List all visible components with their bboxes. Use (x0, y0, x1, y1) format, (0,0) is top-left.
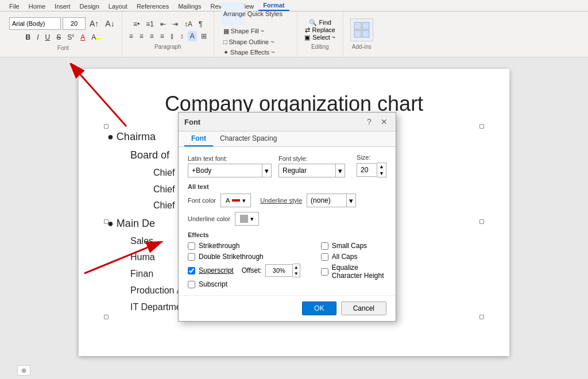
handle-bl (104, 315, 109, 319)
underline-color-swatch (240, 215, 248, 223)
align-center-btn[interactable]: ≡ (137, 31, 146, 41)
svg-rect-3 (362, 30, 369, 37)
dialog-help-btn[interactable]: ? (363, 116, 375, 127)
tab-insert[interactable]: Insert (50, 2, 75, 11)
offset-input[interactable] (265, 264, 293, 277)
decrease-font-btn[interactable]: A↓ (103, 18, 117, 29)
para-row-2: ≡ ≡ ≡ ≡ ⫿ ↕ A ⊞ (127, 31, 209, 41)
select-icon: ▣ (304, 34, 310, 41)
equalize-height-checkbox[interactable] (321, 268, 328, 276)
dialog-close-btn[interactable]: ✕ (378, 116, 390, 127)
small-caps-label: Small Caps (332, 242, 367, 250)
select-row[interactable]: ▣ Select ~ (304, 34, 335, 41)
font-style-label: Font style: (278, 155, 350, 162)
shading-btn[interactable]: A (188, 31, 197, 41)
all-caps-label: All Caps (332, 253, 358, 261)
sort-btn[interactable]: ↕A (182, 19, 195, 29)
line-spacing-btn[interactable]: ↕ (178, 31, 186, 41)
strikethrough-label: Strikethrough (199, 242, 239, 250)
all-caps-row: All Caps (321, 253, 386, 261)
strikethrough-row: Strikethrough (188, 242, 300, 250)
font-color-btn[interactable]: A ▾ (220, 194, 251, 207)
offset-up-btn[interactable]: ▲ (293, 264, 300, 270)
position-indicator: ⊕ (17, 367, 30, 374)
dialog-tabs: Font Character Spacing (179, 132, 396, 147)
tab-file[interactable]: File (5, 2, 24, 11)
dialog-title: Font (184, 118, 200, 126)
dialog-titlebar: Font ? ✕ (179, 113, 396, 132)
arrange-btn[interactable]: Arrange (221, 2, 244, 25)
font-style-input[interactable] (278, 164, 336, 177)
position-cross-icon[interactable]: ⊕ (17, 365, 30, 376)
underline-style-dropdown[interactable]: ▾ (347, 194, 356, 207)
tab-mailings[interactable]: Mailings (173, 2, 206, 11)
underline-btn[interactable]: U (42, 32, 52, 42)
dialog-tab-font[interactable]: Font (184, 132, 213, 146)
font-color-btn[interactable]: A (78, 32, 87, 42)
font-size-group: Size: ▲ ▼ (357, 154, 386, 177)
font-name-input[interactable] (9, 17, 61, 30)
indent-more-btn[interactable]: ⇥ (170, 19, 180, 29)
align-right-btn[interactable]: ≡ (148, 31, 156, 41)
font-size-up-btn[interactable]: ▲ (377, 163, 386, 170)
dialog-tab-character-spacing[interactable]: Character Spacing (213, 132, 284, 146)
double-strikethrough-checkbox[interactable] (188, 253, 195, 261)
show-marks-btn[interactable]: ¶ (196, 19, 204, 29)
italic-btn[interactable]: I (34, 32, 41, 42)
shape-fill-btn[interactable]: ▦ Shape Fill ~ (221, 26, 266, 36)
column-btn[interactable]: ⫿ (168, 31, 176, 41)
strikethrough-btn[interactable]: S (54, 32, 63, 42)
font-color-dropdown-icon: ▾ (242, 197, 246, 204)
subscript-checkbox[interactable] (188, 281, 195, 288)
offset-label: Offset: (242, 266, 262, 274)
number-list-btn[interactable]: ≡1 (144, 19, 156, 29)
shape-effects-btn[interactable]: ✦ Shape Effects ~ (221, 48, 277, 57)
bullet-list-btn[interactable]: ≡• (131, 19, 142, 29)
find-row[interactable]: 🔍 Find (309, 19, 331, 26)
shape-outline-btn[interactable]: □ Shape Outline ~ (221, 37, 277, 47)
font-row-1: A↑ A↓ (9, 17, 117, 30)
align-justify-btn[interactable]: ≡ (158, 31, 167, 41)
underline-style-input[interactable] (307, 194, 347, 207)
font-color-text: A (226, 197, 230, 204)
replace-row[interactable]: ⇄ Replace (305, 26, 335, 34)
bold-btn[interactable]: B (23, 32, 33, 42)
font-size-input[interactable] (63, 17, 86, 30)
find-icon: 🔍 (309, 19, 317, 26)
handle-tr (479, 124, 484, 129)
tab-design[interactable]: Design (75, 2, 104, 11)
border-btn[interactable]: ⊞ (199, 31, 209, 41)
paragraph-group: ≡• ≡1 ⇤ ⇥ ↕A ¶ ≡ ≡ ≡ ≡ ⫿ ↕ A ⊞ Paragraph (122, 11, 214, 57)
addins-icon[interactable] (350, 18, 373, 41)
effects-label: Effects (188, 231, 386, 238)
strikethrough-checkbox[interactable] (188, 242, 195, 250)
tab-references[interactable]: References (132, 2, 173, 11)
all-caps-checkbox[interactable] (321, 253, 328, 261)
addins-group-label: Add-ins (352, 44, 372, 50)
quick-styles-btn[interactable]: Quick Styles (245, 2, 285, 25)
align-left-btn[interactable]: ≡ (127, 31, 136, 41)
font-style-dropdown[interactable]: ▾ (336, 164, 345, 177)
offset-down-btn[interactable]: ▼ (293, 270, 300, 277)
tab-layout[interactable]: Layout (104, 2, 132, 11)
font-style-group: Font style: ▾ (278, 155, 350, 177)
latin-font-input[interactable] (188, 164, 262, 177)
small-caps-checkbox[interactable] (321, 242, 328, 250)
effects-col-right: Small Caps All Caps Equalize Character H… (321, 242, 386, 288)
small-caps-row: Small Caps (321, 242, 386, 250)
indent-less-btn[interactable]: ⇤ (158, 19, 168, 29)
font-group: A↑ A↓ B I U S Ss A A Font (5, 11, 122, 57)
highlight-btn[interactable]: A (89, 32, 103, 42)
cancel-button[interactable]: Cancel (341, 301, 386, 315)
handle-tl (104, 124, 109, 129)
tab-home[interactable]: Home (24, 2, 50, 11)
font-size-down-btn[interactable]: ▼ (377, 170, 386, 177)
superscript-checkbox[interactable] (188, 267, 195, 274)
ok-button[interactable]: OK (302, 301, 336, 315)
increase-font-btn[interactable]: A↑ (87, 18, 101, 29)
shadow-btn[interactable]: Ss (65, 32, 76, 42)
svg-rect-0 (354, 22, 361, 29)
latin-font-dropdown[interactable]: ▾ (262, 164, 272, 177)
underline-color-btn[interactable]: ▾ (235, 212, 259, 226)
font-size-dialog-input[interactable] (357, 163, 377, 177)
